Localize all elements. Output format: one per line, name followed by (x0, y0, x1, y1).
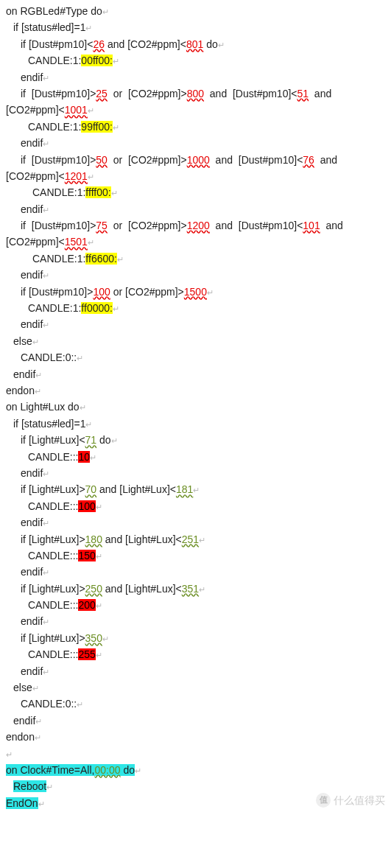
code-text: do (203, 38, 217, 50)
code-text: and [Dust#pm10]< (210, 220, 303, 231)
code-line: endif↵ (6, 663, 385, 679)
code-text: ↵ (6, 749, 13, 758)
code-text: 99ff00: (81, 121, 113, 133)
code-text: ↵ (43, 321, 49, 329)
code-text: ↵ (111, 436, 118, 445)
code-text: endif (21, 665, 43, 677)
code-text: CANDLE:0:: (21, 698, 77, 710)
code-line: endif↵ (6, 514, 385, 531)
code-line: if [status#led]=1↵ (6, 19, 385, 35)
code-text: and (320, 220, 343, 231)
code-text: and (314, 154, 337, 166)
code-line: CANDLE:1:ffff00:↵ (6, 184, 385, 200)
code-line: [CO2#ppm]<1201↵ (6, 168, 385, 184)
code-text: ↵ (43, 205, 49, 214)
code-line: on Light#Lux do↵ (6, 399, 385, 415)
code-text: and [CO2#ppm]< (105, 38, 186, 50)
code-text: on RGBLed#Type do (6, 5, 102, 17)
code-text: ↵ (199, 535, 205, 544)
code-line: CANDLE:0::↵ (6, 349, 385, 365)
code-text: CANDLE:1: (28, 302, 81, 314)
code-line: endif↵ (6, 201, 385, 217)
code-line: CANDLE:::150↵ (6, 547, 385, 564)
code-text: ↵ (88, 172, 94, 181)
code-line: endif↵ (6, 135, 385, 151)
code-text: [CO2#ppm]< (6, 170, 65, 182)
code-text: ↵ (35, 716, 42, 725)
code-text: endif (21, 615, 43, 627)
code-text: ↵ (35, 733, 41, 742)
code-text: ↵ (80, 403, 86, 412)
code-line: endif↵ (6, 613, 385, 629)
code-line: if [Light#Lux]>180 and [Light#Lux]<251↵ (6, 531, 385, 547)
code-text: endif (13, 368, 35, 380)
code-text: 801 (186, 38, 203, 50)
code-line: if [Light#Lux]>250 and [Light#Lux]<351↵ (6, 581, 385, 597)
code-text: ↵ (117, 254, 124, 263)
code-text: ↵ (35, 386, 41, 395)
code-text: and [Dust#pm10]< (210, 154, 303, 166)
code-text: do (96, 434, 110, 446)
code-text: 1200 (187, 220, 210, 231)
code-text: endif (21, 71, 43, 83)
code-text: 150 (78, 550, 95, 561)
code-text: ↵ (102, 634, 109, 643)
code-text: if [Light#Lux]> (21, 583, 85, 595)
code-text: or [CO2#ppm]> (108, 154, 187, 166)
code-line: endif↵ (6, 267, 385, 283)
code-line: else↵ (6, 679, 385, 696)
watermark: 值 什么值得买 (316, 792, 385, 808)
code-text: ↵ (43, 519, 49, 528)
code-line: CANDLE:::100↵ (6, 498, 385, 514)
code-text: and [Light#Lux]< (96, 483, 176, 495)
code-text: ↵ (88, 238, 94, 247)
code-text: ↵ (207, 287, 214, 296)
code-text: 25 (96, 88, 108, 99)
code-text: endif (21, 269, 43, 281)
code-text: CANDLE::: (28, 550, 78, 561)
code-text: ↵ (77, 700, 83, 709)
code-text: CANDLE:1: (28, 55, 81, 66)
code-line: CANDLE:::200↵ (6, 597, 385, 613)
code-text: CANDLE:1: (32, 253, 85, 265)
code-text: 1201 (65, 170, 88, 182)
code-text: if [status#led]=1 (13, 418, 85, 430)
code-line: endif↵ (6, 713, 385, 729)
code-text: if [Light#Lux]> (21, 632, 85, 644)
code-text: [CO2#ppm]< (6, 236, 65, 248)
code-text: ↵ (218, 40, 225, 49)
code-text: 251 (182, 533, 199, 545)
code-text: ↵ (43, 617, 49, 626)
code-text: 800 (187, 88, 204, 99)
code-text: 10 (78, 451, 90, 463)
code-text: ↵ (43, 568, 49, 577)
code-text: else (13, 682, 32, 693)
code-text: ↵ (96, 551, 102, 560)
code-line: if [Dust#pm10]>25 or [CO2#ppm]>800 and [… (6, 85, 385, 102)
code-line: [CO2#ppm]<1501↵ (6, 234, 385, 250)
code-line: if [Light#Lux]<71 do↵ (6, 432, 385, 448)
code-text: 350 (85, 632, 102, 644)
code-text: ↵ (113, 122, 119, 131)
code-text: if [Dust#pm10]> (21, 88, 96, 99)
code-text: 351 (182, 583, 199, 595)
code-text: endif (21, 203, 43, 215)
code-text: or [CO2#ppm]> (110, 286, 184, 298)
code-text: ↵ (43, 469, 49, 477)
code-text: and (309, 88, 331, 99)
code-text: ↵ (43, 271, 49, 280)
code-text: if [Dust#pm10]> (21, 154, 96, 166)
code-text: ↵ (85, 419, 92, 428)
code-text: CANDLE:0:: (21, 351, 77, 363)
code-text: endif (21, 517, 43, 528)
code-text: 76 (303, 154, 314, 166)
code-line: ↵ (6, 746, 385, 762)
code-line: CANDLE:1:00ff00:↵ (6, 52, 385, 69)
code-text: endif (21, 566, 43, 578)
code-text: [CO2#ppm]< (6, 104, 65, 116)
code-text: ↵ (38, 799, 45, 808)
code-text: ↵ (77, 354, 83, 363)
code-text: if [status#led]=1 (13, 21, 85, 33)
code-text: on Clock#Time=All, (6, 764, 94, 776)
code-text: ↵ (46, 783, 53, 791)
